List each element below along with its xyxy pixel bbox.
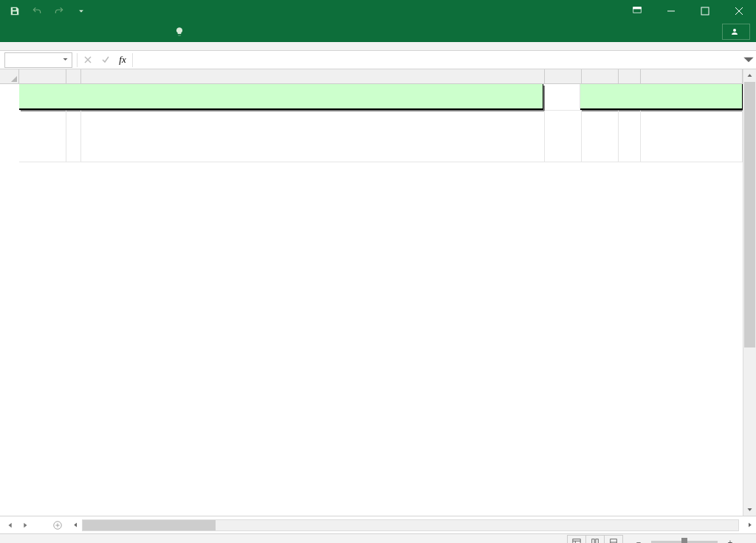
sheet-nav-prev[interactable] [4, 522, 16, 529]
fx-button[interactable]: fx [114, 54, 131, 66]
select-all-button[interactable] [0, 69, 19, 84]
tab-data[interactable] [94, 21, 112, 42]
expand-formula-bar-button[interactable] [741, 52, 756, 67]
undo-button[interactable] [27, 2, 47, 20]
ribbon-tabs [0, 21, 756, 42]
vertical-scrollbar[interactable] [743, 69, 756, 516]
column-headers [19, 69, 743, 84]
svg-rect-16 [596, 539, 598, 543]
share-button[interactable] [722, 24, 750, 40]
sheet-nav-next[interactable] [19, 522, 31, 529]
cancel-formula-button[interactable] [79, 52, 97, 68]
scroll-right-button[interactable] [743, 519, 756, 531]
lightbulb-icon [174, 27, 185, 37]
tab-formulas[interactable] [77, 21, 94, 42]
tab-team[interactable] [148, 21, 165, 42]
cell[interactable] [543, 84, 580, 110]
tab-home[interactable] [24, 21, 41, 42]
cell[interactable] [66, 111, 81, 162]
name-box[interactable] [4, 52, 72, 68]
cell[interactable] [582, 111, 619, 162]
cell[interactable] [641, 111, 743, 162]
view-buttons [568, 535, 623, 543]
zoom-out-button[interactable]: − [632, 538, 645, 543]
chevron-down-icon [62, 55, 69, 65]
status-bar: − + [0, 533, 756, 543]
svg-rect-3 [701, 7, 709, 15]
page-layout-view-button[interactable] [585, 535, 605, 543]
zoom-controls: − + [632, 538, 750, 543]
normal-view-button[interactable] [567, 535, 586, 543]
cell[interactable] [545, 111, 582, 162]
cell[interactable] [19, 111, 66, 162]
svg-rect-15 [592, 539, 594, 543]
qat-customize-button[interactable] [71, 2, 92, 20]
person-icon [730, 27, 739, 36]
redo-button[interactable] [49, 2, 69, 20]
scroll-up-button[interactable] [743, 69, 756, 82]
quick-access-toolbar [0, 2, 92, 20]
enter-formula-button[interactable] [97, 52, 114, 68]
zoom-slider-thumb[interactable] [681, 538, 687, 543]
cells [19, 84, 743, 516]
title-bar [0, 0, 756, 21]
cell[interactable] [619, 111, 641, 162]
col-header[interactable] [641, 69, 743, 84]
tab-review[interactable] [112, 21, 130, 42]
subtitle-cell[interactable] [580, 84, 743, 110]
cell[interactable] [81, 111, 545, 162]
tell-me-search[interactable] [174, 27, 189, 37]
new-sheet-button[interactable] [50, 520, 65, 530]
ribbon-options-button[interactable] [620, 0, 654, 21]
scroll-thumb[interactable] [744, 82, 755, 347]
minimize-button[interactable] [654, 0, 688, 21]
title-cell[interactable] [19, 84, 543, 110]
col-header[interactable] [19, 69, 66, 84]
tab-insert[interactable] [41, 21, 59, 42]
sheet-tab-bar [0, 516, 756, 533]
svg-rect-1 [633, 7, 642, 8]
scroll-left-button[interactable] [69, 519, 82, 531]
col-header[interactable] [81, 69, 545, 84]
tab-view[interactable] [130, 21, 148, 42]
close-button[interactable] [722, 0, 756, 21]
col-header[interactable] [66, 69, 81, 84]
scroll-down-button[interactable] [743, 503, 756, 516]
sheet-nav-buttons [0, 522, 38, 529]
hscroll-thumb[interactable] [83, 520, 216, 530]
zoom-in-button[interactable]: + [724, 538, 737, 543]
col-header[interactable] [582, 69, 619, 84]
svg-point-6 [733, 29, 736, 32]
tab-page-layout[interactable] [59, 21, 77, 42]
worksheet-grid[interactable] [0, 69, 756, 516]
formula-bar: fx [0, 51, 756, 69]
save-button[interactable] [4, 2, 25, 20]
horizontal-scrollbar[interactable] [65, 519, 756, 531]
window-controls [620, 0, 756, 21]
col-header[interactable] [545, 69, 582, 84]
ribbon-divider [0, 42, 756, 51]
tab-file[interactable] [6, 21, 24, 42]
maximize-button[interactable] [688, 0, 722, 21]
page-break-view-button[interactable] [604, 535, 623, 543]
col-header[interactable] [619, 69, 641, 84]
